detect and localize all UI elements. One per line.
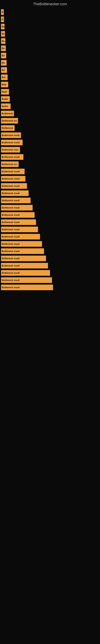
bar-label: Bottleneck result <box>2 272 20 274</box>
bar-item: Bottleneck result <box>1 183 27 189</box>
bar-row: Bottleneck result <box>0 277 100 283</box>
bar-row: Bottleneck result <box>0 190 100 196</box>
bars-container: BBBoBoBoBoBoBoBoBotBottBottlBottleBottle… <box>0 9 100 290</box>
bar-item: Bottleneck result <box>1 132 21 138</box>
bar-row: Bottleneck res <box>0 118 100 124</box>
bar-item: Bottleneck result <box>1 176 25 182</box>
bar-row: Bottleneck result <box>0 234 100 240</box>
bar-row: Bottleneck result <box>0 284 100 290</box>
bar-item: Bo <box>1 46 6 51</box>
bar-label: Bottleneck result <box>2 221 20 224</box>
bar-label: Bo <box>2 47 5 50</box>
bar-row: Bottleneck res <box>0 162 100 167</box>
bar-label: B <box>2 18 3 20</box>
bar-item: Bottleneck resu <box>1 147 20 152</box>
bar-item: Bottleneck result <box>1 263 48 268</box>
bar-label: Bottleneck result <box>2 228 20 231</box>
bar-row: B <box>0 16 100 22</box>
bar-label: Bottle <box>2 98 8 100</box>
bar-item: Bottleneck <box>1 125 15 131</box>
bar-item: B <box>1 16 4 22</box>
bar-row: Bottleneck result <box>0 248 100 254</box>
bar-label: Bottleneck result <box>2 250 20 252</box>
bar-item: Bottleneck result <box>1 248 44 254</box>
bar-label: Bottle <box>2 105 8 108</box>
bar-label: B <box>2 11 3 13</box>
bar-label: Bottleneck result <box>2 141 20 144</box>
bar-label: Bottleneck result <box>2 185 20 187</box>
bar-item: Bottleneck result <box>1 154 23 160</box>
bar-row: Bottleneck result <box>0 263 100 268</box>
bar-label: Bottleneck result <box>2 264 20 267</box>
bar-row: Bot <box>0 74 100 80</box>
bar-item: Bottl <box>1 89 9 94</box>
bar-item: Bottleneck res <box>1 162 19 167</box>
bar-row: Bottleneck result <box>0 270 100 276</box>
bar-label: Bo <box>2 32 5 35</box>
bar-label: Bottleneck result <box>2 286 20 288</box>
bar-row: Bottleneck result <box>0 183 100 189</box>
bar-item: Bottleneck result <box>1 190 29 196</box>
bar-label: Bottleneck result <box>2 192 20 194</box>
bar-row: Bottleneck resu <box>0 147 100 152</box>
bar-item: Bottleneck result <box>1 284 53 290</box>
bar-item: B <box>1 9 4 15</box>
bar-item: Bottleneck result <box>1 270 50 276</box>
bar-label: Bottleneck result <box>2 257 20 260</box>
bar-row: Bottleneck result <box>0 226 100 232</box>
bar-item: Bottle <box>1 104 11 109</box>
bar-item: Bottleneck result <box>1 198 31 203</box>
bar-row: Bo <box>0 24 100 30</box>
bar-item: Bottleneck result <box>1 226 38 232</box>
bar-item: Bottleneck res <box>1 118 18 124</box>
bar-label: Bo <box>2 25 4 28</box>
bar-row: Bottleneck result <box>0 241 100 247</box>
bar-label: Bottleneck result <box>2 199 20 202</box>
bar-row: Bo <box>0 60 100 66</box>
bar-label: Bottleneck result <box>2 134 20 136</box>
bar-row: Bottl <box>0 89 100 94</box>
bar-label: Bo <box>2 54 5 57</box>
bar-row: Bottleneck result <box>0 154 100 160</box>
bar-label: Bottleneck result <box>2 279 20 281</box>
bar-label: Bottleneck result <box>2 236 20 238</box>
bar-row: Bottleneck result <box>0 219 100 225</box>
bar-item: Bo <box>1 31 5 37</box>
bar-row: Bo <box>0 53 100 58</box>
bar-row: Bottleneck result <box>0 140 100 145</box>
bar-label: Bottleneck result <box>2 206 20 209</box>
bar-row: Bo <box>0 38 100 44</box>
bar-item: Bott <box>1 82 8 87</box>
bar-item: Bottleneck result <box>1 205 33 210</box>
bar-label: Bottleneck result <box>2 243 20 245</box>
bar-row: Bottleneck <box>0 125 100 131</box>
bar-row: Bottle <box>0 104 100 109</box>
bar-label: Bo <box>2 62 5 64</box>
bar-row: Bottle <box>0 96 100 102</box>
bar-label: Bottleneck res <box>2 120 17 122</box>
bar-label: Bo <box>2 40 5 42</box>
bar-item: Bottleneck result <box>1 234 40 240</box>
bar-item: Bottleneck result <box>1 140 23 145</box>
bar-row: Bottleneck result <box>0 176 100 182</box>
bar-item: Bottleneck result <box>1 277 52 283</box>
bar-row: Bottleneck result <box>0 212 100 218</box>
bar-label: Bottleneck <box>2 127 13 129</box>
bar-item: Bottleneck result <box>1 256 46 261</box>
bar-row: Bottleneck result <box>0 132 100 138</box>
bar-item: Bo <box>1 60 7 66</box>
bar-item: Bottle <box>1 96 10 102</box>
bar-row: Bo <box>0 67 100 73</box>
bar-label: Bottleneck <box>2 112 13 115</box>
bar-label: Bottleneck result <box>2 156 20 158</box>
bar-item: Bottleneck result <box>1 241 42 247</box>
site-title: TheBottlenecker.com <box>0 0 100 9</box>
bar-label: Bot <box>2 76 5 78</box>
bar-item: Bo <box>1 67 7 73</box>
bar-label: Bottleneck resu <box>2 148 18 151</box>
bar-item: Bottleneck result <box>1 219 36 225</box>
bar-item: Bot <box>1 74 8 80</box>
bar-row: B <box>0 9 100 15</box>
bar-label: Bottleneck result <box>2 214 20 216</box>
bar-row: Bottleneck result <box>0 198 100 203</box>
